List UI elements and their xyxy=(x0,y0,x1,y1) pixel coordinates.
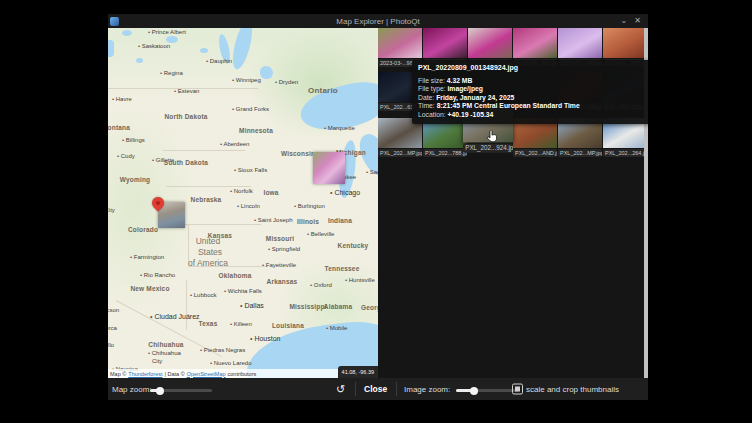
map-terrain xyxy=(248,28,378,138)
map-label: Havre xyxy=(112,96,132,102)
scale-crop-checkbox[interactable] xyxy=(512,384,523,395)
map-label: Chihuahua xyxy=(148,341,183,348)
map-label: Saint Joseph xyxy=(254,217,292,223)
map-label: North Dakota xyxy=(164,113,207,120)
map-label: Iowa xyxy=(263,189,278,196)
attribution-text: contributors xyxy=(228,371,257,377)
tooltip-row: Date: Friday, January 24, 2025 xyxy=(418,94,644,102)
tooltip-row: File type: image/jpeg xyxy=(418,85,644,93)
map-label: Arkansas xyxy=(267,278,298,285)
thumbnail-image[interactable] xyxy=(378,28,422,58)
scale-crop-label: scale and crop thumbnails xyxy=(526,385,619,394)
minimize-icon[interactable]: ⌄ xyxy=(621,14,628,28)
map-label: Winnipeg xyxy=(232,77,261,83)
close-icon[interactable]: ✕ xyxy=(634,14,641,28)
map-label: Mississippi xyxy=(289,303,326,310)
lake xyxy=(166,36,178,43)
map-zoom-slider[interactable] xyxy=(150,389,212,392)
map-zoom-label: Map zoom: xyxy=(112,385,152,394)
close-button[interactable]: Close xyxy=(364,384,387,394)
thumbnail-image[interactable] xyxy=(558,28,602,58)
map-label: Saginaw xyxy=(366,169,378,175)
map-label: Oklahoma xyxy=(218,272,251,279)
map-label: States xyxy=(198,247,222,257)
thunderforest-link[interactable]: Thunderforest xyxy=(128,371,162,377)
map-label: Alabama xyxy=(324,303,353,310)
border-line xyxy=(186,280,187,330)
map-label: Kentucky xyxy=(338,242,369,249)
tooltip-rows: File size: 4.32 MBFile type: image/jpegD… xyxy=(418,77,644,119)
map-panel[interactable]: Prince AlbertSaskatoonDauphinReginaWinni… xyxy=(108,28,378,378)
map-label: Springfield xyxy=(268,246,300,252)
map-label: Indiana xyxy=(328,217,352,224)
slider-knob[interactable] xyxy=(156,387,164,395)
photo-browser-panel[interactable]: 2023-03-...981.jpg2023-03-...980.jpg2023… xyxy=(378,28,648,378)
map-label: Belleville xyxy=(307,231,334,237)
map-label: Montana xyxy=(108,124,130,131)
lake xyxy=(260,66,273,79)
tooltip-row: Location: +40.19 -105.34 xyxy=(418,111,644,119)
map-label: Prince Albert xyxy=(148,29,186,35)
map-label: Minnesota xyxy=(239,127,273,134)
map-label: Saskatoon xyxy=(138,43,170,49)
thumbnail-image[interactable] xyxy=(468,28,512,58)
map-label: Wisconsin xyxy=(281,150,315,157)
thumbnail-label: PXL_202...788.jpg xyxy=(423,149,467,157)
divider xyxy=(355,382,356,396)
map-label: Nebraska xyxy=(191,196,222,203)
map-label: Tennessee xyxy=(325,265,360,272)
map-label: Lincoln xyxy=(237,203,260,209)
thumbnail-label: PXL_202...MP.jpg xyxy=(378,149,422,157)
map-label: Norfolk xyxy=(230,188,253,194)
map-label: Killeen xyxy=(230,321,252,327)
map-label: Grand Forks xyxy=(232,106,269,112)
map-label: Farmington xyxy=(130,254,164,260)
attribution-text: Map © xyxy=(110,371,126,377)
map-label: Piedras Negras xyxy=(200,347,245,353)
map-label: Sioux Falls xyxy=(234,167,267,173)
map-photo-marker-wisconsin[interactable] xyxy=(313,152,345,184)
map-label: Fayetteville xyxy=(262,262,296,268)
thumbnail-image[interactable] xyxy=(603,28,647,58)
map-label: Rio Rancho xyxy=(140,272,175,278)
map-label: Ontario xyxy=(308,86,338,95)
thumbnail-image[interactable] xyxy=(423,28,467,58)
lake-winnipeg xyxy=(229,28,256,71)
border-line xyxy=(163,150,245,151)
map-label: Cody xyxy=(117,153,135,159)
reset-map-button[interactable]: ↺ xyxy=(336,383,345,396)
file-info-tooltip: PXL_20220809_001348924.jpg File size: 4.… xyxy=(412,60,648,124)
map-label: of America xyxy=(188,258,228,268)
map-label: Tucson xyxy=(108,307,119,313)
map-label: Dryden xyxy=(275,79,298,85)
tooltip-row: Time: 8:21:45 PM Central European Standa… xyxy=(418,102,644,110)
titlebar[interactable]: Map Explorer | PhotoQt ⌄ ✕ xyxy=(108,14,648,28)
map-label: Wichita Falls xyxy=(224,288,262,294)
thumbnail-label: PXL_202...MP.jpg xyxy=(558,149,602,157)
thumbnail-label: PXL_202...264.jpg xyxy=(603,149,647,157)
lake xyxy=(108,40,114,57)
map-label: Oxford xyxy=(310,282,332,288)
map-label: Hermosillo xyxy=(108,342,114,348)
map-label: Missouri xyxy=(266,235,294,242)
map-label: South Dakota xyxy=(164,159,208,166)
slider-knob[interactable] xyxy=(470,387,478,395)
map-label: Mobile xyxy=(326,325,347,331)
map-label: Colorado xyxy=(128,226,158,233)
coordinates-badge: 41.08, -96.39 xyxy=(338,366,378,378)
map-label: Chicago xyxy=(330,189,360,196)
lake xyxy=(136,58,143,63)
tooltip-filename: PXL_20220809_001348924.jpg xyxy=(418,64,644,71)
thumbnail-image[interactable] xyxy=(513,28,557,58)
openstreetmap-link[interactable]: OpenStreetMap xyxy=(187,371,226,377)
attribution-text: | Data © xyxy=(165,371,185,377)
map-label: Georgia xyxy=(361,304,378,311)
divider xyxy=(396,382,397,396)
map-label: Marquette xyxy=(324,125,355,131)
border-line xyxy=(166,186,251,187)
border-line xyxy=(183,224,261,225)
map-label: Dauphin xyxy=(206,58,232,64)
map-label: Chihuahua xyxy=(148,350,181,356)
map-label: Estevan xyxy=(174,88,199,94)
image-zoom-slider[interactable] xyxy=(456,389,518,392)
